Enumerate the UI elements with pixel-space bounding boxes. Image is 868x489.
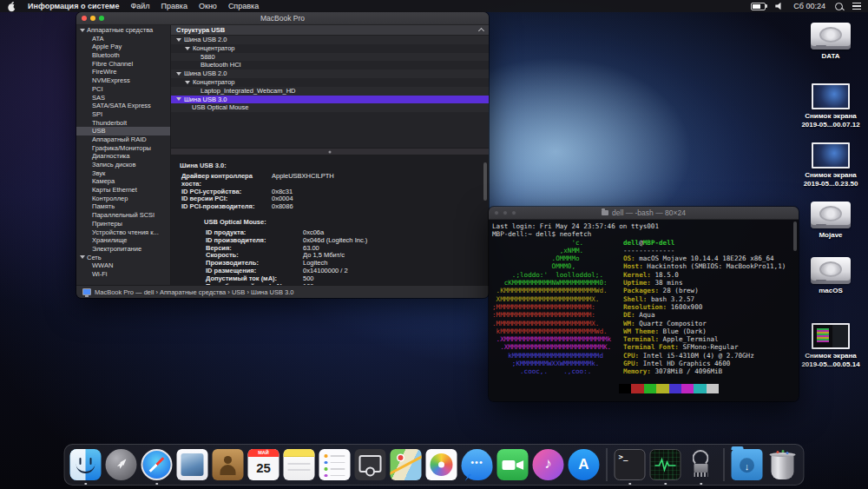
desktop-icon-label: Mojave (793, 231, 868, 240)
sidebar-item-Wi-Fi[interactable]: Wi-Fi (76, 270, 170, 279)
disclosure-triangle-icon[interactable] (185, 81, 190, 84)
notes-dock-icon[interactable] (284, 449, 315, 480)
sidebar-item-Принтеры[interactable]: Принтеры (76, 220, 170, 228)
close-button[interactable] (494, 210, 499, 215)
facetime-dock-icon[interactable] (497, 449, 529, 480)
system-information-dock-icon[interactable] (686, 449, 717, 480)
contacts-dock-icon[interactable] (213, 449, 244, 480)
menu-app-name[interactable]: Информация о системе (28, 2, 119, 10)
maps-dock-icon[interactable] (391, 449, 422, 480)
sidebar-item-Fibre Channel[interactable]: Fibre Channel (76, 60, 170, 69)
terminal-titlebar[interactable]: dell — -bash — 80×24 (489, 207, 799, 220)
sidebar-item-Аппаратный RAID[interactable]: Аппаратный RAID (76, 135, 170, 144)
disclosure-triangle-icon[interactable] (176, 97, 181, 101)
sidebar-item-Bluetooth[interactable]: Bluetooth (76, 51, 170, 60)
apple-menu-icon[interactable] (7, 1, 16, 12)
tree-row-Laptop_Integrated_Webcam_HD[interactable]: Laptop_Integrated_Webcam_HD (171, 87, 489, 96)
sidebar-item-PCI[interactable]: PCI (76, 85, 170, 94)
disclosure-triangle-icon[interactable] (176, 72, 181, 76)
sidebar-item-SATA/SATA Express[interactable]: SATA/SATA Express (76, 102, 170, 110)
itunes-dock-icon[interactable]: ♪ (533, 449, 564, 480)
launchpad-dock-icon[interactable] (106, 449, 137, 480)
tree-row-Шина USB 2.0[interactable]: Шина USB 2.0 (171, 36, 489, 44)
minimize-button[interactable] (503, 210, 508, 215)
sidebar-item-ATA[interactable]: ATA (76, 35, 170, 43)
sidebar-item-NVMExpress[interactable]: NVMExpress (76, 76, 170, 85)
menu-help[interactable]: Справка (228, 2, 259, 10)
battery-icon[interactable] (751, 3, 766, 10)
tree-row-Шина USB 2.0[interactable]: Шина USB 2.0 (171, 69, 489, 78)
sidebar-item-Камера[interactable]: Камера (76, 177, 170, 186)
tree-row-Шина USB 3.0[interactable]: Шина USB 3.0 (171, 96, 489, 104)
close-button[interactable] (82, 16, 87, 21)
activity-monitor-dock-icon[interactable] (650, 449, 681, 480)
sidebar-item-Звук[interactable]: Звук (76, 169, 170, 178)
menu-edit[interactable]: Правка (161, 2, 187, 10)
desktop-icon-Снимок экрана-2019-05...00.05.14[interactable]: Снимок экрана2019-05...00.05.14 (793, 323, 868, 369)
sidebar-item-Устройство чтения к...[interactable]: Устройство чтения к... (76, 228, 170, 237)
tree-row-USB Optical Mouse[interactable]: USB Optical Mouse (171, 103, 489, 112)
calendar-dock-icon[interactable]: МАЙ25 (248, 449, 279, 480)
sidebar-item-USB[interactable]: USB (76, 127, 170, 135)
desktop-icon-Снимок экрана-2019-05...00.07.12[interactable]: Снимок экрана2019-05...00.07.12 (793, 83, 868, 129)
sidebar-item-Карты Ethernet[interactable]: Карты Ethernet (76, 186, 170, 195)
menu-window[interactable]: Окно (199, 2, 217, 10)
desktop-icon-macOS[interactable]: macOS (793, 257, 868, 295)
tree-row-Концентратор[interactable]: Концентратор (171, 44, 489, 53)
disclosure-triangle-icon[interactable] (80, 29, 85, 32)
collapse-chevron-icon[interactable] (478, 27, 484, 33)
desktop-icon-label: macOS (793, 287, 868, 295)
disclosure-triangle-icon[interactable] (185, 47, 190, 50)
mail-dock-icon[interactable] (177, 449, 208, 480)
spotlight-icon[interactable] (835, 3, 843, 10)
desktop-icon-Снимок экрана-2019-05...0.23.50[interactable]: Снимок экрана2019-05...0.23.50 (793, 142, 868, 188)
disclosure-triangle-icon[interactable] (80, 255, 85, 259)
terminal-scrollbar[interactable] (793, 221, 797, 251)
sidebar-item-WWAN[interactable]: WWAN (76, 261, 170, 270)
sidebar-item-Контроллер[interactable]: Контроллер (76, 195, 170, 203)
sidebar-section-Аппаратные средства[interactable]: Аппаратные средства (76, 26, 170, 35)
minimize-button[interactable] (90, 16, 95, 21)
safari-dock-icon[interactable] (141, 449, 173, 480)
trash-dock-icon[interactable] (767, 449, 799, 480)
downloads-dock-icon[interactable]: ↓ (732, 449, 763, 480)
sidebar-item-Apple Pay[interactable]: Apple Pay (76, 43, 170, 51)
sidebar-item-SPI[interactable]: SPI (76, 110, 170, 119)
tree-row-Bluetooth HCI[interactable]: Bluetooth HCI (171, 61, 489, 69)
usb-tree-header[interactable]: Структура USB (171, 25, 489, 36)
sidebar-item-Электропитание[interactable]: Электропитание (76, 245, 170, 254)
terminal-dock-icon[interactable]: >_ (615, 449, 646, 480)
disclosure-triangle-icon[interactable] (176, 38, 181, 42)
menu-clock[interactable]: Сб 00:24 (793, 2, 825, 10)
desktop-icon-DATA[interactable]: DATA (793, 23, 868, 61)
tree-row-5880[interactable]: 5880 (171, 53, 489, 62)
screenshot-dock-icon[interactable] (355, 449, 386, 480)
zoom-button[interactable] (99, 16, 104, 21)
sidebar-item-Диагностика[interactable]: Диагностика (76, 152, 170, 161)
sidebar-item-Хранилище[interactable]: Хранилище (76, 236, 170, 245)
volume-icon[interactable] (775, 3, 784, 10)
sidebar-item-Thunderbolt[interactable]: Thunderbolt (76, 119, 170, 128)
notification-center-icon[interactable] (852, 3, 861, 10)
detail-row: ID PCI-производителя:0x8086 (171, 203, 489, 211)
desktop-icon-Mojave[interactable]: Mojave (793, 202, 868, 240)
terminal-content[interactable]: Last login: Fri May 24 23:57:46 on ttys0… (489, 220, 799, 401)
sidebar-item-FireWire[interactable]: FireWire (76, 68, 170, 76)
sysinfo-titlebar[interactable]: MacBook Pro (76, 12, 489, 25)
sidebar-item-Память[interactable]: Память (76, 202, 170, 211)
tree-row-Концентратор[interactable]: Концентратор (171, 78, 489, 87)
sidebar-item-Графика/Мониторы[interactable]: Графика/Мониторы (76, 144, 170, 153)
appstore-dock-icon[interactable]: A (569, 449, 600, 480)
messages-dock-icon[interactable]: ••• (462, 449, 493, 480)
sidebar-item-Параллельный SCSI[interactable]: Параллельный SCSI (76, 211, 170, 220)
sidebar-section-Сеть[interactable]: Сеть (76, 254, 170, 262)
photos-dock-icon[interactable] (426, 449, 457, 480)
zoom-button[interactable] (511, 210, 516, 215)
sidebar-item-Запись дисков[interactable]: Запись дисков (76, 161, 170, 169)
pane-splitter[interactable] (171, 148, 489, 155)
reminders-dock-icon[interactable] (319, 449, 351, 480)
details-scrollbar[interactable] (483, 162, 487, 201)
menu-file[interactable]: Файл (130, 2, 149, 10)
sidebar-item-SAS[interactable]: SAS (76, 94, 170, 102)
finder-dock-icon[interactable] (70, 449, 102, 480)
